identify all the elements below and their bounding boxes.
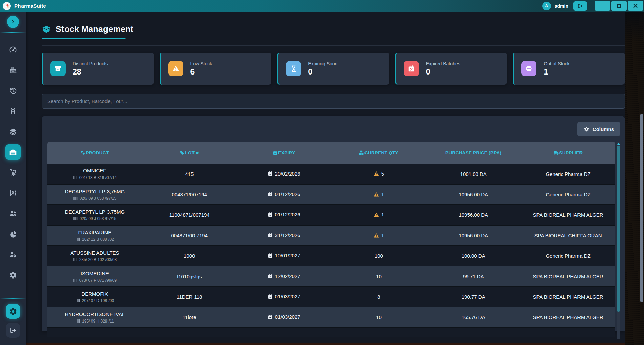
table-row[interactable]: DECAPEPTYL LP 3,75MG 020/ 09 J 053 /97/1… — [47, 205, 615, 225]
table-row[interactable]: OMNICEF 001/ 13 B 319 /07/14 415 20/02/2… — [47, 164, 615, 184]
sidebar-item-reports[interactable] — [5, 226, 21, 242]
speedometer-icon — [9, 45, 17, 54]
table-row[interactable]: ATUSSINE ADULTES 285/ 20 B 102 /03/08 10… — [47, 246, 615, 266]
sidebar-item-sales[interactable] — [5, 62, 21, 78]
scroll-up-arrow-icon[interactable] — [617, 143, 620, 145]
column-header-purchase-price[interactable]: PURCHASE PRICE (PPA) — [426, 142, 521, 164]
stat-value: 1 — [544, 67, 569, 77]
expiry-date: 01/03/2027 — [275, 294, 300, 299]
supplier-cell: SPA BIOREAL PHARM ALGER — [521, 205, 615, 225]
sidebar-item-dashboard[interactable] — [5, 42, 21, 58]
dolly-icon — [9, 168, 17, 177]
barcode-icon — [73, 176, 77, 180]
price-cell: 165.76 DA — [426, 307, 521, 328]
sidebar-expand-button[interactable] — [7, 16, 19, 28]
sidebar-logout-button[interactable] — [6, 323, 20, 338]
calendar-x-icon — [407, 65, 415, 72]
qty-value: 5 — [381, 171, 384, 177]
column-header-product[interactable]: PRODUCT — [47, 142, 142, 164]
stock-table-body: OMNICEF 001/ 13 B 319 /07/14 415 20/02/2… — [47, 164, 615, 328]
lot-cell: 11DER 118 — [142, 287, 237, 307]
titlebar-logout-button[interactable] — [573, 1, 587, 11]
stats-row: Distinct Products 28 Low Stock 6 — [42, 53, 625, 85]
search-input[interactable] — [42, 94, 625, 109]
sidebar-item-user-management[interactable] — [5, 246, 21, 262]
page-scrollbar[interactable] — [640, 114, 643, 302]
barcode-icon — [73, 258, 77, 261]
window-edge-artifact — [625, 12, 644, 345]
stat-icon — [521, 61, 536, 76]
table-row[interactable]: ISOMEDINE 073/ 07 P 071 /99/09 f1010qsfq… — [47, 266, 615, 287]
sidebar-item-deliveries[interactable] — [5, 164, 21, 181]
table-scrollbar[interactable] — [617, 142, 620, 339]
close-icon — [633, 4, 638, 8]
barcode-icon — [73, 217, 78, 220]
qty-value: 1 — [381, 232, 384, 238]
column-header-current-qty[interactable]: CURRENT QTY — [331, 142, 426, 164]
sidebar-item-settings[interactable] — [5, 267, 21, 283]
window-bottom-edge — [26, 343, 625, 345]
column-header-expiry[interactable]: EXPIRY — [237, 142, 332, 164]
sidebar-item-contacts[interactable] — [5, 185, 21, 201]
barcode-icon — [76, 319, 80, 323]
barcode-icon — [73, 278, 77, 282]
column-header-supplier[interactable]: SUPPLIER — [521, 142, 615, 164]
tag-icon — [180, 151, 184, 155]
column-header-lot[interactable]: LOT # — [142, 142, 237, 164]
expiry-date: 10/01/2027 — [275, 253, 300, 258]
main-content: Stock Management Distinct Products 28 — [26, 12, 644, 345]
columns-button[interactable]: Columns — [577, 122, 620, 136]
qty-value: 10 — [376, 314, 382, 320]
pill-bottle-icon — [9, 107, 17, 115]
qty-value: 10 — [376, 274, 382, 279]
table-row[interactable] — [47, 328, 615, 337]
lot-cell: 1000 — [142, 246, 237, 266]
stat-value: 0 — [426, 67, 460, 77]
calendar-icon — [268, 212, 273, 217]
supplier-cell: Generic Pharma DZ — [521, 164, 615, 184]
titlebar: PharmaSuite A admin — [0, 0, 644, 12]
table-scrollbar-thumb[interactable] — [617, 146, 620, 312]
columns-button-label: Columns — [593, 126, 614, 132]
table-row[interactable]: DECAPEPTYL LP 3,75MG 020/ 09 J 053 /97/1… — [47, 184, 615, 205]
table-row[interactable]: HYDROCORTISONE IVAL 195/ 09 H 028 /11 11… — [47, 307, 615, 328]
ban-icon — [525, 65, 533, 72]
logout-icon — [9, 327, 17, 334]
page-title: Stock Management — [56, 24, 133, 34]
sidebar-bottom-divider — [0, 298, 26, 299]
table-row[interactable]: DERMOFIX 207/ 07 D 108 /00 11DER 118 01/… — [47, 287, 615, 307]
close-button[interactable] — [628, 1, 643, 11]
barcode-icon — [76, 299, 80, 302]
maximize-button[interactable] — [611, 1, 627, 11]
calendar-icon — [268, 274, 273, 279]
calendar-icon — [273, 151, 277, 155]
warehouse-icon — [9, 148, 17, 156]
users-icon — [9, 209, 17, 218]
product-name: OMNICEF — [49, 168, 140, 174]
sidebar-item-history[interactable] — [5, 83, 21, 99]
sidebar-item-stock[interactable] — [5, 144, 21, 160]
minimize-button[interactable] — [595, 1, 610, 11]
supplier-cell: SPA BIOREAL PHARM ALGER — [521, 307, 615, 328]
box-archive-icon — [54, 65, 62, 72]
sidebar-item-customers[interactable] — [5, 205, 21, 221]
stat-icon — [286, 61, 301, 76]
sidebar-item-products[interactable] — [5, 103, 21, 119]
sidebar-item-batches[interactable] — [5, 124, 21, 140]
chart-pie-icon — [9, 230, 17, 238]
quick-settings-button[interactable] — [6, 304, 20, 319]
table-row[interactable]: FRAXIPARINE 262/ 12 B 088 /02 004871/00 … — [47, 225, 615, 246]
user-avatar[interactable]: A — [542, 2, 551, 10]
stat-value: 0 — [308, 67, 337, 77]
gear-icon — [584, 126, 589, 132]
calendar-icon — [268, 233, 273, 238]
minimize-icon — [600, 6, 605, 6]
boxes-stacked-icon — [359, 150, 364, 155]
gear-icon — [9, 271, 17, 279]
stat-label: Out of Stock — [544, 61, 569, 66]
cash-register-icon — [9, 66, 17, 75]
expiry-date: 20/02/2026 — [275, 171, 300, 177]
product-barcode-text: 073/ 07 P 071 /99/09 — [79, 278, 117, 283]
header-divider — [42, 45, 625, 46]
lot-cell: f1010qsfqs — [142, 266, 237, 287]
